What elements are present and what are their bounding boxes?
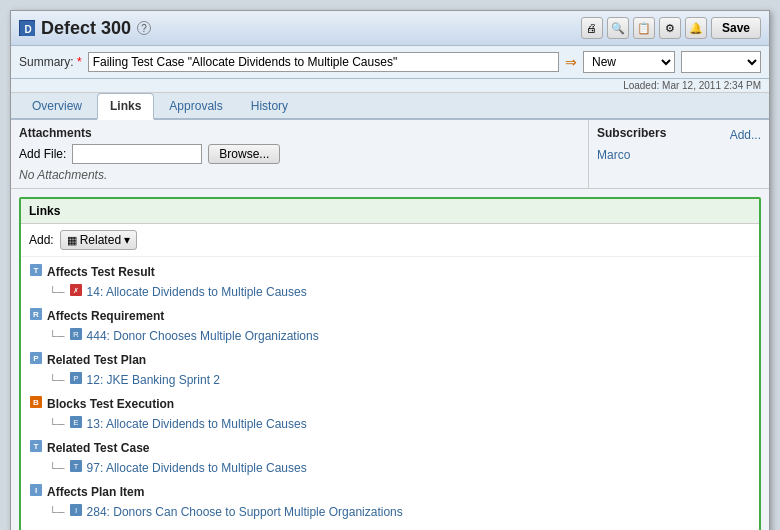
indent-icon: └─: [49, 506, 65, 518]
tab-approvals[interactable]: Approvals: [156, 93, 235, 118]
summary-label: Summary: *: [19, 55, 82, 69]
subscriber-marco[interactable]: Marco: [597, 148, 761, 162]
tab-history[interactable]: History: [238, 93, 301, 118]
no-attachments-label: No Attachments.: [19, 168, 580, 182]
arrow-icon: ⇒: [565, 54, 577, 70]
group-header-affects-plan-item: I Affects Plan Item: [29, 481, 751, 502]
group-icon-affects-requirement: R: [29, 307, 43, 324]
link-group-affects-test-result: T Affects Test Result └─ ✗ 14: Allocate …: [29, 261, 751, 301]
link-type-label: Related: [80, 233, 121, 247]
summary-bar: Summary: * ⇒ New In Progress Resolved Cl…: [11, 46, 769, 79]
save-button[interactable]: Save: [711, 17, 761, 39]
item-icon-14: ✗: [69, 283, 83, 300]
required-indicator: *: [77, 55, 82, 69]
svg-text:P: P: [73, 374, 78, 383]
subscribers-title: Subscribers: [597, 126, 666, 140]
copy-button[interactable]: 📋: [633, 17, 655, 39]
links-add-row: Add: ▦ Related ▾: [21, 224, 759, 257]
tabs-bar: Overview Links Approvals History: [11, 93, 769, 120]
tab-overview[interactable]: Overview: [19, 93, 95, 118]
link-group-affects-requirement: R Affects Requirement └─ R 444: Donor Ch…: [29, 305, 751, 345]
status-select[interactable]: New In Progress Resolved Closed: [583, 51, 675, 73]
group-header-affects-requirement: R Affects Requirement: [29, 305, 751, 326]
add-file-row: Add File: Browse...: [19, 144, 580, 164]
item-icon-13: E: [69, 415, 83, 432]
link-284[interactable]: 284: Donors Can Choose to Support Multip…: [87, 505, 403, 519]
add-subscriber-link[interactable]: Add...: [730, 128, 761, 142]
notify-button[interactable]: 🔔: [685, 17, 707, 39]
browse-button[interactable]: Browse...: [208, 144, 280, 164]
defect-icon: D: [19, 20, 35, 36]
group-icon-affects-test-result: T: [29, 263, 43, 280]
print-button[interactable]: 🖨: [581, 17, 603, 39]
link-group-related-test-case: T Related Test Case └─ T 97: Allocate Di…: [29, 437, 751, 477]
links-section-header: Links: [21, 199, 759, 224]
attachments-header: Attachments: [19, 126, 580, 140]
link-444[interactable]: 444: Donor Chooses Multiple Organization…: [87, 329, 319, 343]
svg-text:✗: ✗: [73, 287, 79, 294]
indent-icon: └─: [49, 330, 65, 342]
loaded-timestamp: Loaded: Mar 12, 2011 2:34 PM: [11, 79, 769, 93]
link-14[interactable]: 14: Allocate Dividends to Multiple Cause…: [87, 285, 307, 299]
indent-icon: └─: [49, 418, 65, 430]
link-group-related-test-plan: P Related Test Plan └─ P 12: JKE Banking…: [29, 349, 751, 389]
add-file-label: Add File:: [19, 147, 66, 161]
subscribers-header: Subscribers Add...: [597, 126, 761, 144]
group-label-affects-requirement: Affects Requirement: [47, 309, 164, 323]
links-body: T Affects Test Result └─ ✗ 14: Allocate …: [21, 257, 759, 530]
svg-text:I: I: [74, 506, 76, 515]
help-icon[interactable]: ?: [137, 21, 151, 35]
indent-icon: └─: [49, 286, 65, 298]
svg-text:E: E: [73, 418, 78, 427]
item-icon-97: T: [69, 459, 83, 476]
attachments-section: Attachments Add File: Browse... No Attac…: [11, 120, 769, 189]
group-header-blocks-test-execution: B Blocks Test Execution: [29, 393, 751, 414]
search-button[interactable]: 🔍: [607, 17, 629, 39]
title-right: 🖨 🔍 📋 ⚙ 🔔 Save: [581, 17, 761, 39]
link-group-blocks-test-execution: B Blocks Test Execution └─ E 13: Allocat…: [29, 393, 751, 433]
svg-text:B: B: [33, 398, 39, 407]
settings-button[interactable]: ⚙: [659, 17, 681, 39]
item-icon-12: P: [69, 371, 83, 388]
group-label-affects-test-result: Affects Test Result: [47, 265, 155, 279]
list-item: └─ R 444: Donor Chooses Multiple Organiz…: [29, 326, 751, 345]
content-area: Attachments Add File: Browse... No Attac…: [11, 120, 769, 530]
link-13[interactable]: 13: Allocate Dividends to Multiple Cause…: [87, 417, 307, 431]
add-link-label: Add:: [29, 233, 54, 247]
list-item: └─ E 13: Allocate Dividends to Multiple …: [29, 414, 751, 433]
group-header-related-test-plan: P Related Test Plan: [29, 349, 751, 370]
attachments-left: Attachments Add File: Browse... No Attac…: [11, 120, 589, 188]
list-item: └─ T 97: Allocate Dividends to Multiple …: [29, 458, 751, 477]
link-97[interactable]: 97: Allocate Dividends to Multiple Cause…: [87, 461, 307, 475]
title-bar: D Defect 300 ? 🖨 🔍 📋 ⚙ 🔔 Save: [11, 11, 769, 46]
svg-text:T: T: [34, 442, 39, 451]
owner-select[interactable]: [681, 51, 761, 73]
group-icon-blocks-test-execution: B: [29, 395, 43, 412]
svg-text:R: R: [73, 330, 79, 339]
list-item: └─ P 12: JKE Banking Sprint 2: [29, 370, 751, 389]
group-header-affects-test-result: T Affects Test Result: [29, 261, 751, 282]
group-icon-affects-plan-item: I: [29, 483, 43, 500]
tab-links[interactable]: Links: [97, 93, 154, 120]
page-title: Defect 300: [41, 18, 131, 39]
item-icon-444: R: [69, 327, 83, 344]
link-group-affects-plan-item: I Affects Plan Item └─ I 284: Donors Can…: [29, 481, 751, 521]
group-header-related-test-case: T Related Test Case: [29, 437, 751, 458]
svg-text:D: D: [24, 24, 31, 35]
link-12[interactable]: 12: JKE Banking Sprint 2: [87, 373, 220, 387]
svg-text:R: R: [33, 310, 39, 319]
main-window: D Defect 300 ? 🖨 🔍 📋 ⚙ 🔔 Save Summary: *…: [10, 10, 770, 530]
svg-text:I: I: [35, 486, 37, 495]
link-type-button[interactable]: ▦ Related ▾: [60, 230, 137, 250]
file-input[interactable]: [72, 144, 202, 164]
item-icon-284: I: [69, 503, 83, 520]
svg-text:T: T: [73, 462, 78, 471]
title-left: D Defect 300 ?: [19, 18, 151, 39]
links-section: Links Add: ▦ Related ▾ T Affects Test R: [19, 197, 761, 530]
svg-text:T: T: [34, 266, 39, 275]
group-label-related-test-case: Related Test Case: [47, 441, 150, 455]
group-icon-related-test-plan: P: [29, 351, 43, 368]
subscribers-section: Subscribers Add... Marco: [589, 120, 769, 188]
group-label-related-test-plan: Related Test Plan: [47, 353, 146, 367]
summary-input[interactable]: [88, 52, 559, 72]
